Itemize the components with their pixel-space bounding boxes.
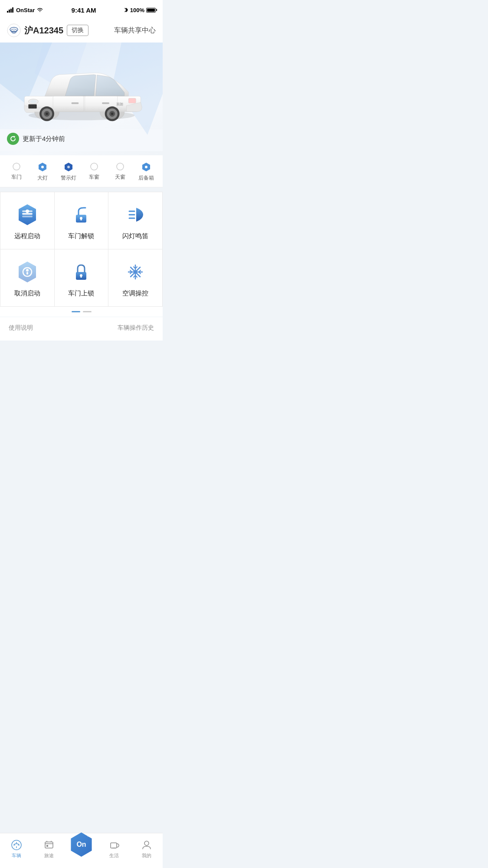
svg-point-43 [26,210,29,213]
remote-start-label: 远程启动 [14,232,40,240]
status-item-trunk[interactable]: 后备箱 [133,162,159,182]
sunroof-status-icon [116,162,124,171]
door-status-label: 车门 [11,174,22,181]
ac-control-label: 空调操控 [122,289,148,298]
svg-rect-55 [81,275,82,278]
door-unlock-button[interactable]: 车门解锁 [55,192,109,249]
history-link[interactable]: 车辆操作历史 [118,324,154,332]
trunk-status-label: 后备箱 [138,174,154,182]
battery-icon [146,8,156,13]
buick-logo [7,23,21,37]
status-item-headlight[interactable]: 大灯 [29,162,56,182]
headlight-status-label: 大灯 [37,174,48,182]
status-bar: OnStar 9:41 AM 100% [0,0,163,19]
svg-point-39 [145,166,147,168]
svg-point-4 [7,24,20,37]
trunk-status-icon [141,162,151,172]
carrier-name: OnStar [16,7,35,13]
pagination-dots [0,307,163,317]
bluetooth-icon [124,7,128,13]
svg-rect-2 [10,9,12,13]
svg-rect-52 [26,272,28,275]
svg-rect-40 [22,213,33,215]
hazard-status-label: 警示灯 [61,174,76,182]
svg-point-26 [111,112,113,115]
battery-percent: 100% [130,7,144,13]
header-left: 沪A12345 切换 [7,23,88,37]
cancel-start-label: 取消启动 [14,289,40,298]
plate-number: 沪A12345 [24,25,63,36]
wifi-icon [36,7,43,13]
door-lock-button[interactable]: 车门上锁 [55,249,109,307]
door-unlock-label: 车门解锁 [68,232,94,240]
svg-rect-14 [71,102,79,104]
instructions-link[interactable]: 使用说明 [9,324,33,332]
headlight-status-icon [38,162,47,172]
svg-rect-0 [7,11,8,13]
flash-horn-icon [123,203,147,227]
action-grid: 远程启动 车门解锁 [0,192,163,307]
svg-point-36 [67,166,70,168]
svg-point-35 [41,166,44,168]
status-time: 9:41 AM [72,7,96,14]
header: 沪A12345 切换 车辆共享中心 [0,19,163,43]
svg-point-37 [91,163,98,170]
cancel-start-button[interactable]: 取消启动 [0,249,55,307]
ac-control-icon [123,260,147,284]
svg-rect-1 [9,10,10,13]
remote-start-icon [15,203,39,227]
page-dot-1[interactable] [72,311,80,312]
door-status-icon [12,162,21,171]
status-item-sunroof[interactable]: 天窗 [107,162,133,181]
cancel-start-icon [15,260,39,284]
status-right: 100% [124,7,156,13]
ac-control-button[interactable]: 空调操控 [108,249,163,307]
status-item-door[interactable]: 车门 [3,162,29,181]
svg-rect-3 [12,7,13,13]
window-status-label: 车窗 [89,174,99,181]
svg-text:英朗: 英朗 [116,102,123,106]
svg-rect-18 [128,98,136,103]
remote-start-button[interactable]: 远程启动 [0,192,55,249]
svg-point-51 [26,269,29,272]
svg-rect-15 [102,102,109,104]
switch-button[interactable]: 切换 [67,25,88,36]
share-center[interactable]: 车辆共享中心 [114,26,156,35]
status-item-hazard[interactable]: 警示灯 [56,162,82,182]
svg-rect-42 [22,216,33,217]
svg-point-38 [117,163,124,170]
hero-section: 英朗 更新于4分钟前 [0,43,163,155]
svg-point-22 [46,112,48,115]
status-icons-row: 车门 大灯 警示灯 车窗 天窗 后备箱 [0,155,163,187]
svg-rect-12 [53,96,84,112]
signal-icon [7,7,14,13]
flash-horn-label: 闪灯鸣笛 [122,232,148,240]
status-left: OnStar [7,7,43,13]
door-lock-icon [69,260,93,284]
hazard-status-icon [64,162,73,172]
svg-point-34 [13,163,20,170]
flash-horn-button[interactable]: 闪灯鸣笛 [108,192,163,249]
window-status-icon [90,162,98,171]
car-image: 英朗 [0,43,163,129]
door-unlock-icon [69,203,93,227]
page-dot-2[interactable] [83,311,92,312]
svg-point-56 [80,269,82,270]
links-row: 使用说明 车辆操作历史 [0,317,163,341]
svg-rect-46 [81,218,82,220]
status-item-window[interactable]: 车窗 [81,162,107,181]
door-lock-label: 车门上锁 [68,289,94,298]
svg-point-17 [30,100,36,103]
sunroof-status-label: 天窗 [115,174,125,181]
